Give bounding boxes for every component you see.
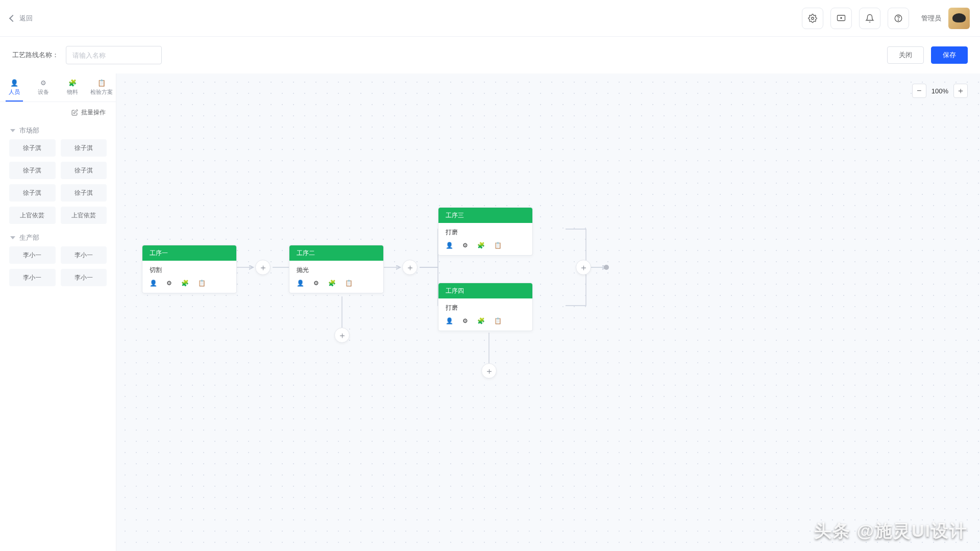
material-icon[interactable]: 🧩 xyxy=(328,280,336,287)
node-subtitle: 打磨 xyxy=(446,304,525,312)
person-chip[interactable]: 徐子淇 xyxy=(61,184,107,202)
add-node-button[interactable]: ＋ xyxy=(402,260,418,275)
save-button[interactable]: 保存 xyxy=(931,46,968,64)
bell-icon xyxy=(865,14,874,23)
process-node-4[interactable]: 工序四 打磨 👤 ⚙ 🧩 📋 xyxy=(438,283,533,331)
batch-label: 批量操作 xyxy=(81,108,106,117)
person-chip[interactable]: 徐子淇 xyxy=(61,162,107,179)
person-icon[interactable]: 👤 xyxy=(446,242,453,249)
back-label: 返回 xyxy=(19,14,33,23)
svg-point-0 xyxy=(812,17,814,19)
add-node-button[interactable]: ＋ xyxy=(576,260,591,275)
add-node-button[interactable]: ＋ xyxy=(255,260,271,275)
svg-point-4 xyxy=(898,19,898,20)
back-button[interactable]: 返回 xyxy=(10,14,33,23)
gear-icon xyxy=(808,14,817,23)
add-branch-button[interactable]: ＋ xyxy=(334,328,350,343)
person-chip[interactable]: 李小一 xyxy=(9,246,56,264)
avatar[interactable] xyxy=(948,8,970,29)
doc-icon[interactable]: 📋 xyxy=(198,280,206,287)
node-title: 工序二 xyxy=(289,245,383,261)
help-button[interactable] xyxy=(888,8,909,29)
material-icon: 🧩 xyxy=(68,80,77,86)
zoom-in-button[interactable]: ＋ xyxy=(953,84,968,98)
node-title: 工序三 xyxy=(438,208,532,223)
tab-label: 检验方案 xyxy=(90,88,113,96)
add-branch-button[interactable]: ＋ xyxy=(481,363,497,379)
tab-inspection[interactable]: 📋 检验方案 xyxy=(87,73,116,102)
connectors xyxy=(116,73,980,551)
chevron-left-icon xyxy=(9,14,16,21)
tab-personnel[interactable]: 👤 人员 xyxy=(0,73,29,102)
tab-label: 物料 xyxy=(67,88,78,96)
material-icon[interactable]: 🧩 xyxy=(181,280,189,287)
person-chip[interactable]: 上官依芸 xyxy=(61,207,107,224)
monitor-icon xyxy=(837,14,846,23)
doc-icon: 📋 xyxy=(97,80,106,86)
node-title: 工序一 xyxy=(142,245,236,261)
person-icon[interactable]: 👤 xyxy=(297,280,304,287)
tab-material[interactable]: 🧩 物料 xyxy=(58,73,87,102)
process-node-1[interactable]: 工序一 切割 👤 ⚙ 🧩 📋 xyxy=(142,245,237,293)
person-icon[interactable]: 👤 xyxy=(446,317,453,324)
person-icon[interactable]: 👤 xyxy=(150,280,157,287)
doc-icon[interactable]: 📋 xyxy=(494,242,502,249)
monitor-button[interactable] xyxy=(830,8,852,29)
edit-icon xyxy=(71,109,78,116)
gear-icon: ⚙ xyxy=(40,80,46,86)
person-icon: 👤 xyxy=(10,80,18,86)
node-title: 工序四 xyxy=(438,283,532,298)
person-chip[interactable]: 徐子淇 xyxy=(9,184,56,202)
tab-equipment[interactable]: ⚙ 设备 xyxy=(29,73,58,102)
gear-icon[interactable]: ⚙ xyxy=(462,317,468,324)
settings-button[interactable] xyxy=(802,8,823,29)
node-subtitle: 切割 xyxy=(150,266,229,274)
route-name-label: 工艺路线名称： xyxy=(12,51,59,60)
batch-operation-button[interactable]: 批量操作 xyxy=(0,102,116,121)
person-chip[interactable]: 李小一 xyxy=(9,269,56,286)
doc-icon[interactable]: 📋 xyxy=(494,317,502,324)
end-node xyxy=(604,265,609,270)
gear-icon[interactable]: ⚙ xyxy=(462,242,468,249)
group-marketing-toggle[interactable]: 市场部 xyxy=(0,121,116,139)
gear-icon[interactable]: ⚙ xyxy=(166,280,172,287)
node-subtitle: 抛光 xyxy=(297,266,376,274)
process-node-2[interactable]: 工序二 抛光 👤 ⚙ 🧩 📋 xyxy=(289,245,384,293)
person-chip[interactable]: 李小一 xyxy=(61,269,107,286)
material-icon[interactable]: 🧩 xyxy=(477,242,485,249)
zoom-level: 100% xyxy=(932,87,948,95)
group-production-toggle[interactable]: 生产部 xyxy=(0,228,116,246)
user-role: 管理员 xyxy=(921,14,941,23)
material-icon[interactable]: 🧩 xyxy=(477,317,485,324)
tab-label: 人员 xyxy=(9,88,20,96)
notification-button[interactable] xyxy=(859,8,880,29)
person-chip[interactable]: 李小一 xyxy=(61,246,107,264)
close-button[interactable]: 关闭 xyxy=(887,46,924,64)
caret-down-icon xyxy=(10,236,15,239)
question-icon xyxy=(894,14,903,23)
process-node-3[interactable]: 工序三 打磨 👤 ⚙ 🧩 📋 xyxy=(438,207,533,256)
node-subtitle: 打磨 xyxy=(446,228,525,237)
svg-point-2 xyxy=(841,17,842,18)
person-chip[interactable]: 徐子淇 xyxy=(9,139,56,157)
gear-icon[interactable]: ⚙ xyxy=(313,280,319,287)
person-chip[interactable]: 徐子淇 xyxy=(61,139,107,157)
person-chip[interactable]: 上官依芸 xyxy=(9,207,56,224)
doc-icon[interactable]: 📋 xyxy=(345,280,353,287)
tab-label: 设备 xyxy=(38,88,49,96)
zoom-out-button[interactable]: − xyxy=(912,84,926,98)
route-name-input[interactable] xyxy=(66,46,162,64)
watermark: 头条 @施灵UI设计 xyxy=(814,519,968,543)
group-title: 市场部 xyxy=(19,126,39,135)
group-title: 生产部 xyxy=(19,233,39,242)
person-chip[interactable]: 徐子淇 xyxy=(9,162,56,179)
caret-down-icon xyxy=(10,129,15,132)
